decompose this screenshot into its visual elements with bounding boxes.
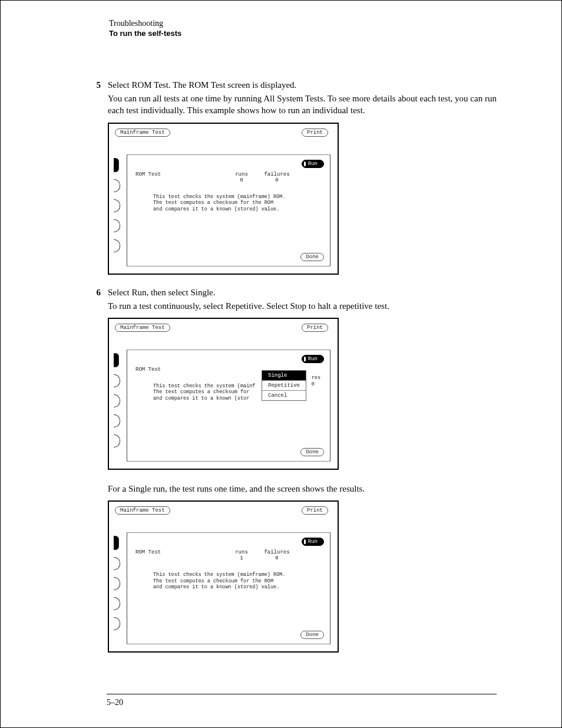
popup-item-cancel[interactable]: Cancel (262, 391, 306, 400)
done-button[interactable]: Done (300, 448, 324, 456)
softkey-icon (114, 557, 120, 570)
test-description: The test computes a checksum for the ROM (153, 578, 324, 585)
test-description: This test checks the system (mainframe) … (153, 572, 324, 578)
done-button[interactable]: Done (300, 631, 324, 639)
step-body-6: To run a test continuously, select Repet… (108, 300, 497, 312)
softkey-icon (114, 239, 120, 252)
screenshot-rom-test-initial: Mainframe Test Print Run ROM Test runs 0… (108, 123, 339, 275)
menu-button[interactable]: Mainframe Test (115, 506, 170, 515)
caption-results: For a Single run, the test runs one time… (108, 483, 497, 495)
partial-text: res 0 (312, 375, 320, 388)
popup-item-single[interactable]: Single (262, 371, 306, 381)
step-number-5: 5 (65, 80, 108, 90)
test-description: and compares it to a known (stored) valu… (153, 206, 324, 213)
softkey-icon (114, 199, 120, 212)
softkey-icon (114, 158, 119, 172)
runs-label: runs (224, 172, 259, 177)
runs-label: runs (224, 549, 259, 555)
failures-value: 0 (259, 177, 295, 183)
softkey-icon (114, 374, 120, 387)
test-name: ROM Test (135, 172, 224, 183)
softkey-icon (114, 536, 119, 550)
runs-value: 0 (224, 177, 259, 183)
page-number: 5–20 (107, 698, 123, 707)
softkey-icon (114, 394, 120, 407)
softkey-icon (114, 179, 120, 192)
softkey-icon (114, 577, 120, 590)
print-button[interactable]: Print (302, 506, 328, 515)
runs-value: 1 (224, 555, 259, 561)
menu-button[interactable]: Mainframe Test (115, 129, 170, 137)
step-title-6: Select Run, then select Single. (108, 288, 215, 298)
softkey-icon (114, 353, 119, 367)
done-button[interactable]: Done (300, 253, 324, 261)
run-button[interactable]: Run (302, 160, 324, 168)
softkey-icon (114, 219, 120, 232)
failures-label: failures (259, 172, 295, 177)
softkey-icon (114, 597, 120, 610)
softkey-icon (114, 414, 120, 427)
failures-value: 0 (259, 555, 295, 561)
softkey-icon (114, 434, 120, 447)
test-description: The test computes a checksum for the ROM (153, 200, 324, 206)
test-description: This test checks the system (mainframe) … (153, 194, 324, 200)
step-title-5: Select ROM Test. The ROM Test screen is … (108, 80, 296, 90)
section-title: To run the self-tests (109, 29, 497, 39)
run-mode-popup: Single Repetitive Cancel (262, 370, 306, 401)
chapter-title: Troubleshooting (109, 18, 497, 29)
failures-label: failures (259, 549, 295, 555)
test-name: ROM Test (135, 549, 224, 561)
run-button[interactable]: Run (302, 355, 324, 363)
test-name: ROM Test (135, 367, 224, 373)
menu-button[interactable]: Mainframe Test (115, 324, 170, 332)
step-body-5: You can run all tests at one time by run… (108, 93, 497, 117)
screenshot-rom-test-result: Mainframe Test Print Run ROM Test runs 1… (108, 500, 339, 653)
softkey-icon (114, 617, 120, 630)
test-description: and compares it to a known (stored) valu… (153, 584, 324, 591)
step-number-6: 6 (65, 288, 108, 298)
footer-rule (107, 694, 497, 694)
popup-item-repetitive[interactable]: Repetitive (262, 381, 306, 391)
print-button[interactable]: Print (302, 324, 328, 332)
screenshot-rom-test-popup: Mainframe Test Print Run ROM Test res 0 … (108, 318, 339, 470)
run-button[interactable]: Run (302, 538, 324, 546)
print-button[interactable]: Print (302, 129, 328, 137)
